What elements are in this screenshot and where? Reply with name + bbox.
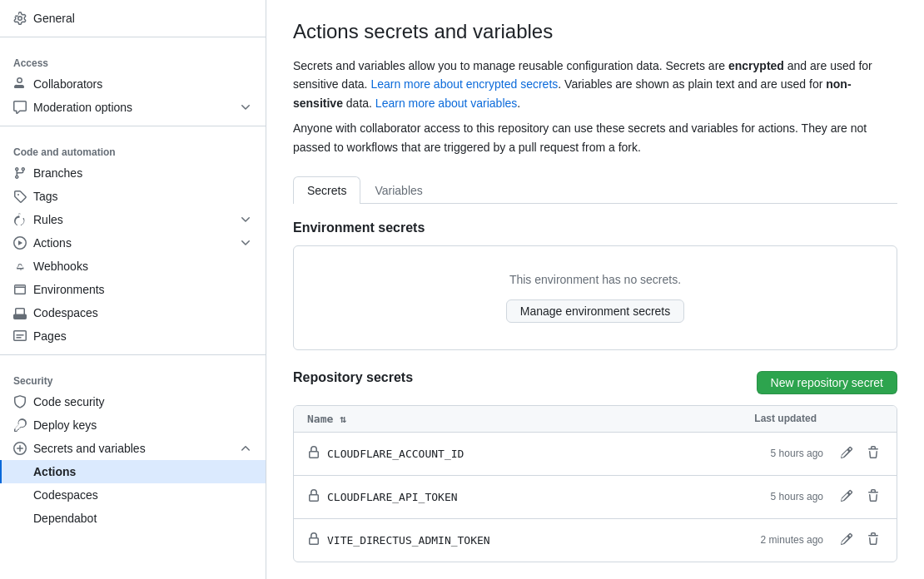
- secret-actions-1: [837, 443, 883, 465]
- secret-actions-3: [837, 529, 883, 552]
- sidebar-item-collaborators[interactable]: Collaborators: [0, 72, 266, 96]
- description-2: Anyone with collaborator access to this …: [293, 119, 897, 156]
- codespaces-icon: [13, 306, 27, 319]
- rules-icon: [13, 213, 27, 226]
- report-icon: [13, 101, 27, 114]
- tag-icon: [13, 190, 27, 203]
- sidebar-item-branches[interactable]: Branches: [0, 161, 266, 185]
- sidebar-item-general[interactable]: General: [0, 7, 266, 30]
- link-variables[interactable]: Learn more about variables: [375, 96, 517, 110]
- chevron-down-icon: [239, 101, 252, 114]
- sidebar-item-secrets-and-variables[interactable]: Secrets and variables: [0, 437, 266, 460]
- chevron-down-icon: [239, 236, 252, 250]
- lock-icon-2: [307, 489, 320, 505]
- webhook-icon: [13, 260, 27, 273]
- environments-icon: [13, 283, 27, 296]
- sidebar-section-access: Access: [0, 44, 266, 72]
- pages-label: Pages: [33, 329, 67, 343]
- chevron-down-icon: [239, 213, 252, 226]
- sidebar-item-codespaces[interactable]: Codespaces: [0, 301, 266, 324]
- person-icon: [13, 77, 27, 91]
- webhooks-label: Webhooks: [33, 260, 88, 273]
- secret-updated-3: 2 minutes ago: [690, 534, 823, 546]
- sidebar-item-rules[interactable]: Rules: [0, 208, 266, 231]
- secrets-table: Name ⇅ Last updated CLOUDFLARE_ACCOUNT_I…: [293, 405, 897, 562]
- link-encrypted-secrets[interactable]: Learn more about encrypted secrets: [370, 77, 558, 91]
- secret-updated-1: 5 hours ago: [690, 448, 823, 459]
- sidebar-section-code-automation: Code and automation: [0, 133, 266, 161]
- deploy-keys-label: Deploy keys: [33, 418, 97, 432]
- sidebar-sub-item-dependabot[interactable]: Dependabot: [0, 507, 266, 530]
- sidebar-item-actions[interactable]: Actions: [0, 231, 266, 255]
- sidebar-item-environments[interactable]: Environments: [0, 278, 266, 301]
- table-row: CLOUDFLARE_ACCOUNT_ID 5 hours ago: [294, 433, 897, 476]
- secret-actions-2: [837, 486, 883, 508]
- sidebar-item-general-label: General: [33, 12, 75, 25]
- main-content: Actions secrets and variables Secrets an…: [266, 0, 924, 579]
- sidebar-item-pages[interactable]: Pages: [0, 324, 266, 348]
- delete-button-2[interactable]: [863, 486, 883, 508]
- table-header-row: Name ⇅ Last updated: [294, 406, 897, 433]
- table-row: VITE_DIRECTUS_ADMIN_TOKEN 2 minutes ago: [294, 519, 897, 562]
- sidebar-sub-item-actions[interactable]: Actions: [0, 460, 266, 483]
- tags-label: Tags: [33, 190, 58, 203]
- sidebar-item-webhooks[interactable]: Webhooks: [0, 255, 266, 278]
- secrets-and-variables-label: Secrets and variables: [33, 442, 146, 455]
- table-row: CLOUDFLARE_API_TOKEN 5 hours ago: [294, 476, 897, 519]
- repo-secrets-title: Repository secrets: [293, 370, 413, 385]
- branch-icon: [13, 166, 27, 180]
- rules-label: Rules: [33, 213, 63, 226]
- secret-name-3: VITE_DIRECTUS_ADMIN_TOKEN: [307, 532, 690, 548]
- sidebar-item-code-security[interactable]: Code security: [0, 390, 266, 413]
- new-repository-secret-button[interactable]: New repository secret: [757, 371, 897, 394]
- sidebar-item-tags[interactable]: Tags: [0, 185, 266, 208]
- sidebar-sub-item-codespaces[interactable]: Codespaces: [0, 483, 266, 507]
- col-header-updated: Last updated: [683, 413, 817, 424]
- chevron-up-icon: [239, 442, 252, 455]
- plus-circle-icon: [13, 442, 27, 455]
- sidebar-section-security: Security: [0, 362, 266, 390]
- actions-label: Actions: [33, 236, 72, 250]
- secret-name-2: CLOUDFLARE_API_TOKEN: [307, 489, 690, 505]
- sort-icon: ⇅: [340, 413, 346, 425]
- sidebar: General Access Collaborators Moderation …: [0, 0, 266, 579]
- collaborators-label: Collaborators: [33, 77, 102, 91]
- bold-encrypted: encrypted: [728, 59, 784, 72]
- pages-icon: [13, 329, 27, 343]
- environment-secrets-box: This environment has no secrets. Manage …: [293, 245, 897, 350]
- code-security-label: Code security: [33, 395, 105, 408]
- branches-label: Branches: [33, 166, 82, 180]
- tabs-container: Secrets Variables: [293, 176, 897, 204]
- env-empty-text: This environment has no secrets.: [320, 273, 870, 286]
- shield-icon: [13, 395, 27, 408]
- environments-label: Environments: [33, 283, 105, 296]
- edit-button-3[interactable]: [837, 529, 857, 552]
- moderation-options-label: Moderation options: [33, 101, 132, 114]
- codespaces-label: Codespaces: [33, 306, 98, 319]
- tab-secrets[interactable]: Secrets: [293, 176, 360, 204]
- edit-button-2[interactable]: [837, 486, 857, 508]
- repository-secrets-section: Repository secrets New repository secret…: [293, 370, 897, 562]
- secret-name-1: CLOUDFLARE_ACCOUNT_ID: [307, 446, 690, 462]
- actions-icon: [13, 236, 27, 250]
- secret-updated-2: 5 hours ago: [690, 491, 823, 502]
- description-1: Secrets and variables allow you to manag…: [293, 57, 897, 112]
- delete-button-3[interactable]: [863, 529, 883, 552]
- sidebar-item-moderation-options[interactable]: Moderation options: [0, 96, 266, 119]
- edit-button-1[interactable]: [837, 443, 857, 465]
- page-title: Actions secrets and variables: [293, 20, 897, 43]
- key-icon: [13, 418, 27, 432]
- lock-icon-1: [307, 446, 320, 462]
- environment-secrets-title: Environment secrets: [293, 220, 897, 235]
- tab-variables[interactable]: Variables: [360, 176, 436, 204]
- sidebar-item-deploy-keys[interactable]: Deploy keys: [0, 413, 266, 437]
- environment-secrets-section: Environment secrets This environment has…: [293, 220, 897, 350]
- col-header-name: Name ⇅: [307, 413, 683, 425]
- manage-environment-secrets-button[interactable]: Manage environment secrets: [506, 299, 685, 323]
- lock-icon-3: [307, 532, 320, 548]
- delete-button-1[interactable]: [863, 443, 883, 465]
- repo-secrets-header: Repository secrets New repository secret: [293, 370, 897, 395]
- gear-icon: [13, 12, 27, 25]
